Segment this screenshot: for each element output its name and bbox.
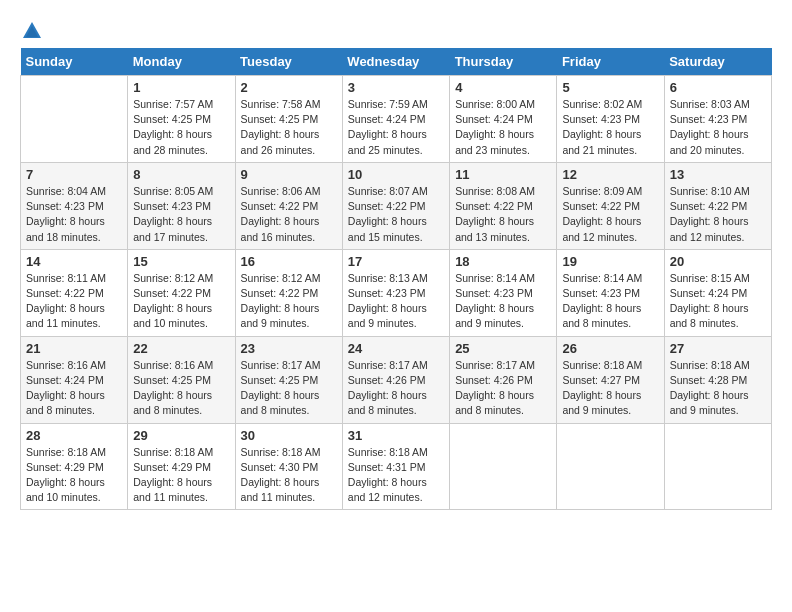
page-header bbox=[20, 20, 772, 38]
day-info: Sunrise: 8:12 AMSunset: 4:22 PMDaylight:… bbox=[241, 271, 337, 332]
calendar-table: SundayMondayTuesdayWednesdayThursdayFrid… bbox=[20, 48, 772, 510]
day-number: 31 bbox=[348, 428, 444, 443]
calendar-cell: 11Sunrise: 8:08 AMSunset: 4:22 PMDayligh… bbox=[450, 162, 557, 249]
calendar-cell: 16Sunrise: 8:12 AMSunset: 4:22 PMDayligh… bbox=[235, 249, 342, 336]
calendar-cell: 25Sunrise: 8:17 AMSunset: 4:26 PMDayligh… bbox=[450, 336, 557, 423]
day-info: Sunrise: 8:14 AMSunset: 4:23 PMDaylight:… bbox=[562, 271, 658, 332]
calendar-cell: 22Sunrise: 8:16 AMSunset: 4:25 PMDayligh… bbox=[128, 336, 235, 423]
calendar-cell: 13Sunrise: 8:10 AMSunset: 4:22 PMDayligh… bbox=[664, 162, 771, 249]
calendar-cell: 5Sunrise: 8:02 AMSunset: 4:23 PMDaylight… bbox=[557, 76, 664, 163]
day-number: 8 bbox=[133, 167, 229, 182]
day-number: 16 bbox=[241, 254, 337, 269]
day-info: Sunrise: 8:11 AMSunset: 4:22 PMDaylight:… bbox=[26, 271, 122, 332]
day-number: 19 bbox=[562, 254, 658, 269]
day-info: Sunrise: 8:03 AMSunset: 4:23 PMDaylight:… bbox=[670, 97, 766, 158]
day-info: Sunrise: 8:18 AMSunset: 4:30 PMDaylight:… bbox=[241, 445, 337, 506]
day-number: 27 bbox=[670, 341, 766, 356]
calendar-cell: 3Sunrise: 7:59 AMSunset: 4:24 PMDaylight… bbox=[342, 76, 449, 163]
calendar-week-row: 14Sunrise: 8:11 AMSunset: 4:22 PMDayligh… bbox=[21, 249, 772, 336]
day-number: 21 bbox=[26, 341, 122, 356]
day-number: 12 bbox=[562, 167, 658, 182]
weekday-header-monday: Monday bbox=[128, 48, 235, 76]
calendar-cell: 17Sunrise: 8:13 AMSunset: 4:23 PMDayligh… bbox=[342, 249, 449, 336]
calendar-week-row: 21Sunrise: 8:16 AMSunset: 4:24 PMDayligh… bbox=[21, 336, 772, 423]
weekday-header-saturday: Saturday bbox=[664, 48, 771, 76]
day-info: Sunrise: 8:10 AMSunset: 4:22 PMDaylight:… bbox=[670, 184, 766, 245]
day-number: 13 bbox=[670, 167, 766, 182]
day-info: Sunrise: 8:12 AMSunset: 4:22 PMDaylight:… bbox=[133, 271, 229, 332]
day-info: Sunrise: 8:13 AMSunset: 4:23 PMDaylight:… bbox=[348, 271, 444, 332]
day-info: Sunrise: 8:18 AMSunset: 4:29 PMDaylight:… bbox=[133, 445, 229, 506]
calendar-cell: 9Sunrise: 8:06 AMSunset: 4:22 PMDaylight… bbox=[235, 162, 342, 249]
day-info: Sunrise: 8:14 AMSunset: 4:23 PMDaylight:… bbox=[455, 271, 551, 332]
day-info: Sunrise: 8:02 AMSunset: 4:23 PMDaylight:… bbox=[562, 97, 658, 158]
day-info: Sunrise: 8:05 AMSunset: 4:23 PMDaylight:… bbox=[133, 184, 229, 245]
day-number: 25 bbox=[455, 341, 551, 356]
calendar-cell: 20Sunrise: 8:15 AMSunset: 4:24 PMDayligh… bbox=[664, 249, 771, 336]
day-info: Sunrise: 8:06 AMSunset: 4:22 PMDaylight:… bbox=[241, 184, 337, 245]
day-info: Sunrise: 8:18 AMSunset: 4:31 PMDaylight:… bbox=[348, 445, 444, 506]
weekday-header-wednesday: Wednesday bbox=[342, 48, 449, 76]
calendar-cell: 8Sunrise: 8:05 AMSunset: 4:23 PMDaylight… bbox=[128, 162, 235, 249]
day-info: Sunrise: 8:17 AMSunset: 4:26 PMDaylight:… bbox=[455, 358, 551, 419]
day-info: Sunrise: 8:17 AMSunset: 4:26 PMDaylight:… bbox=[348, 358, 444, 419]
weekday-header-friday: Friday bbox=[557, 48, 664, 76]
logo-icon bbox=[21, 20, 43, 42]
calendar-cell: 24Sunrise: 8:17 AMSunset: 4:26 PMDayligh… bbox=[342, 336, 449, 423]
calendar-cell: 29Sunrise: 8:18 AMSunset: 4:29 PMDayligh… bbox=[128, 423, 235, 510]
calendar-week-row: 7Sunrise: 8:04 AMSunset: 4:23 PMDaylight… bbox=[21, 162, 772, 249]
day-number: 6 bbox=[670, 80, 766, 95]
weekday-header-sunday: Sunday bbox=[21, 48, 128, 76]
day-info: Sunrise: 8:16 AMSunset: 4:24 PMDaylight:… bbox=[26, 358, 122, 419]
day-number: 18 bbox=[455, 254, 551, 269]
day-number: 3 bbox=[348, 80, 444, 95]
calendar-cell bbox=[450, 423, 557, 510]
day-number: 5 bbox=[562, 80, 658, 95]
weekday-header-tuesday: Tuesday bbox=[235, 48, 342, 76]
day-info: Sunrise: 8:16 AMSunset: 4:25 PMDaylight:… bbox=[133, 358, 229, 419]
day-number: 29 bbox=[133, 428, 229, 443]
day-number: 2 bbox=[241, 80, 337, 95]
calendar-cell: 7Sunrise: 8:04 AMSunset: 4:23 PMDaylight… bbox=[21, 162, 128, 249]
day-info: Sunrise: 8:15 AMSunset: 4:24 PMDaylight:… bbox=[670, 271, 766, 332]
calendar-cell: 2Sunrise: 7:58 AMSunset: 4:25 PMDaylight… bbox=[235, 76, 342, 163]
day-info: Sunrise: 8:00 AMSunset: 4:24 PMDaylight:… bbox=[455, 97, 551, 158]
calendar-cell: 15Sunrise: 8:12 AMSunset: 4:22 PMDayligh… bbox=[128, 249, 235, 336]
day-info: Sunrise: 8:08 AMSunset: 4:22 PMDaylight:… bbox=[455, 184, 551, 245]
day-number: 7 bbox=[26, 167, 122, 182]
calendar-cell: 19Sunrise: 8:14 AMSunset: 4:23 PMDayligh… bbox=[557, 249, 664, 336]
day-info: Sunrise: 8:04 AMSunset: 4:23 PMDaylight:… bbox=[26, 184, 122, 245]
day-info: Sunrise: 8:09 AMSunset: 4:22 PMDaylight:… bbox=[562, 184, 658, 245]
day-number: 9 bbox=[241, 167, 337, 182]
day-info: Sunrise: 8:17 AMSunset: 4:25 PMDaylight:… bbox=[241, 358, 337, 419]
calendar-week-row: 1Sunrise: 7:57 AMSunset: 4:25 PMDaylight… bbox=[21, 76, 772, 163]
weekday-header-row: SundayMondayTuesdayWednesdayThursdayFrid… bbox=[21, 48, 772, 76]
weekday-header-thursday: Thursday bbox=[450, 48, 557, 76]
calendar-cell: 31Sunrise: 8:18 AMSunset: 4:31 PMDayligh… bbox=[342, 423, 449, 510]
day-number: 26 bbox=[562, 341, 658, 356]
day-info: Sunrise: 8:18 AMSunset: 4:28 PMDaylight:… bbox=[670, 358, 766, 419]
calendar-cell: 18Sunrise: 8:14 AMSunset: 4:23 PMDayligh… bbox=[450, 249, 557, 336]
calendar-cell bbox=[21, 76, 128, 163]
day-number: 20 bbox=[670, 254, 766, 269]
calendar-cell: 10Sunrise: 8:07 AMSunset: 4:22 PMDayligh… bbox=[342, 162, 449, 249]
day-number: 17 bbox=[348, 254, 444, 269]
calendar-cell: 4Sunrise: 8:00 AMSunset: 4:24 PMDaylight… bbox=[450, 76, 557, 163]
day-number: 22 bbox=[133, 341, 229, 356]
calendar-week-row: 28Sunrise: 8:18 AMSunset: 4:29 PMDayligh… bbox=[21, 423, 772, 510]
day-info: Sunrise: 7:59 AMSunset: 4:24 PMDaylight:… bbox=[348, 97, 444, 158]
day-number: 30 bbox=[241, 428, 337, 443]
calendar-cell bbox=[557, 423, 664, 510]
day-number: 24 bbox=[348, 341, 444, 356]
calendar-cell: 26Sunrise: 8:18 AMSunset: 4:27 PMDayligh… bbox=[557, 336, 664, 423]
calendar-cell: 6Sunrise: 8:03 AMSunset: 4:23 PMDaylight… bbox=[664, 76, 771, 163]
day-number: 15 bbox=[133, 254, 229, 269]
day-number: 14 bbox=[26, 254, 122, 269]
calendar-cell bbox=[664, 423, 771, 510]
calendar-cell: 1Sunrise: 7:57 AMSunset: 4:25 PMDaylight… bbox=[128, 76, 235, 163]
calendar-cell: 27Sunrise: 8:18 AMSunset: 4:28 PMDayligh… bbox=[664, 336, 771, 423]
day-info: Sunrise: 8:18 AMSunset: 4:27 PMDaylight:… bbox=[562, 358, 658, 419]
day-info: Sunrise: 7:58 AMSunset: 4:25 PMDaylight:… bbox=[241, 97, 337, 158]
calendar-cell: 14Sunrise: 8:11 AMSunset: 4:22 PMDayligh… bbox=[21, 249, 128, 336]
logo bbox=[20, 20, 43, 38]
